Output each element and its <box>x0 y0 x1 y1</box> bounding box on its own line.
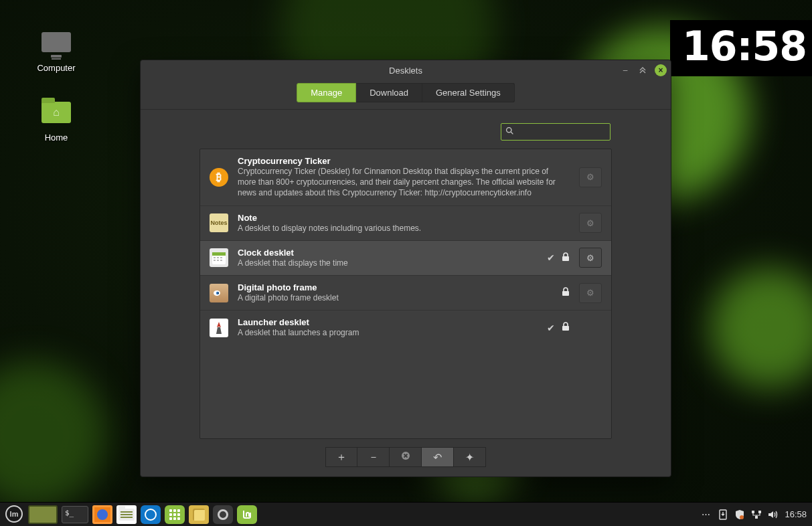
desktop-icon-computer[interactable]: Computer <box>23 32 90 73</box>
taskbar-app-grid[interactable] <box>165 505 185 524</box>
search-input[interactable] <box>522 127 635 137</box>
svg-rect-7 <box>214 260 216 261</box>
svg-rect-20 <box>758 511 761 513</box>
check-icon: ✔ <box>547 252 555 263</box>
item-desc: A desklet to display notes including var… <box>238 223 556 234</box>
item-title: Digital photo frame <box>238 282 548 292</box>
lock-icon <box>562 252 570 264</box>
item-desc: A desklet that launches a program <box>238 327 534 338</box>
show-desktop-button[interactable] <box>28 505 58 524</box>
svg-rect-4 <box>214 257 216 258</box>
item-desc: A digital photo frame desklet <box>238 292 548 303</box>
svg-point-13 <box>218 292 219 294</box>
more-button[interactable]: ✦ <box>454 447 486 467</box>
delete-button[interactable] <box>390 447 422 467</box>
close-button[interactable]: × <box>655 64 667 76</box>
photo-icon <box>210 284 228 302</box>
item-desc: Cryptocurrency Ticker (Desklet) for Cinn… <box>238 166 556 199</box>
search-field[interactable] <box>501 123 611 141</box>
clock-desklet-time: 16:58 <box>682 23 807 70</box>
list-item[interactable]: Launcher desklet A desklet that launches… <box>200 311 611 345</box>
taskbar-mint-settings[interactable] <box>237 505 257 524</box>
svg-rect-15 <box>562 326 569 331</box>
maximize-button[interactable] <box>637 65 648 76</box>
menu-button[interactable]: lm <box>5 505 24 524</box>
clock-desklet[interactable]: 16:58 <box>670 20 812 76</box>
launcher-icon <box>210 319 228 337</box>
shield-icon[interactable] <box>734 509 745 520</box>
network-icon[interactable] <box>751 509 762 520</box>
tab-general-settings[interactable]: General Settings <box>422 83 515 102</box>
panel-clock[interactable]: 16:58 <box>785 509 807 519</box>
svg-line-1 <box>511 132 513 134</box>
volume-icon[interactable] <box>768 509 779 520</box>
lock-icon <box>562 322 570 333</box>
desktop-icon-label: Computer <box>37 63 75 73</box>
list-item[interactable]: ₿ Cryptocurrency Ticker Cryptocurrency T… <box>200 149 611 206</box>
settings-button[interactable]: ⚙ <box>579 213 602 233</box>
cancel-icon <box>401 451 410 463</box>
svg-rect-8 <box>217 260 219 261</box>
svg-rect-6 <box>220 257 222 258</box>
check-icon: ✔ <box>547 323 555 333</box>
item-title: Launcher desklet <box>238 317 534 327</box>
item-title: Cryptocurrency Ticker <box>238 156 556 166</box>
system-tray: ⋯ 16:58 <box>702 509 807 520</box>
desklets-window: Desklets – × Manage Download General Set… <box>140 60 671 477</box>
svg-rect-3 <box>212 252 226 256</box>
desktop-icon-home[interactable]: Home <box>23 99 90 143</box>
window-title: Desklets <box>389 66 422 76</box>
tray-overflow-icon[interactable]: ⋯ <box>702 509 712 519</box>
plus-icon: ＋ <box>336 450 347 464</box>
bitcoin-icon: ₿ <box>210 168 228 187</box>
bottom-toolbar: ＋ － ↶ ✦ <box>141 439 671 476</box>
taskbar-app-blue[interactable] <box>141 505 161 524</box>
remove-button[interactable]: － <box>357 447 390 467</box>
search-icon <box>505 126 514 137</box>
desktop-icon-label: Home <box>45 133 68 143</box>
sparkle-icon: ✦ <box>465 451 474 464</box>
tab-download[interactable]: Download <box>356 83 422 102</box>
restore-button[interactable]: ↶ <box>422 447 454 467</box>
add-button[interactable]: ＋ <box>325 447 357 467</box>
taskbar-notes[interactable] <box>189 505 209 524</box>
lock-icon <box>562 287 570 298</box>
list-item[interactable]: Notes Note A desklet to display notes in… <box>200 206 611 241</box>
item-desc: A desklet that displays the time <box>238 258 534 268</box>
gear-icon: ⚙ <box>586 288 594 298</box>
svg-rect-14 <box>562 291 569 296</box>
tab-manage[interactable]: Manage <box>297 83 356 102</box>
taskbar: lm $_ ⋯ 16:58 <box>0 502 812 526</box>
svg-point-0 <box>507 128 511 133</box>
item-title: Note <box>238 213 556 223</box>
item-title: Clock desklet <box>238 248 534 258</box>
svg-point-18 <box>740 515 744 519</box>
taskbar-files[interactable] <box>116 505 137 524</box>
gear-icon: ⚙ <box>586 218 594 228</box>
settings-button[interactable]: ⚙ <box>579 248 602 268</box>
svg-rect-19 <box>752 511 754 513</box>
svg-rect-10 <box>562 256 569 261</box>
taskbar-terminal[interactable]: $_ <box>62 506 88 523</box>
taskbar-app-ring[interactable] <box>213 505 233 524</box>
notes-icon: Notes <box>210 213 228 232</box>
titlebar[interactable]: Desklets – × <box>141 60 671 80</box>
gear-icon: ⚙ <box>586 172 594 182</box>
settings-button[interactable]: ⚙ <box>579 283 602 303</box>
desklet-list: ₿ Cryptocurrency Ticker Cryptocurrency T… <box>199 149 612 439</box>
tabs: Manage Download General Settings <box>141 80 671 109</box>
calendar-icon <box>210 248 228 267</box>
settings-button[interactable]: ⚙ <box>579 167 602 187</box>
svg-rect-21 <box>755 516 758 519</box>
updates-icon[interactable] <box>718 509 728 520</box>
svg-rect-9 <box>220 260 222 261</box>
list-item[interactable]: Clock desklet A desklet that displays th… <box>200 241 611 276</box>
minus-icon: － <box>368 450 379 464</box>
taskbar-firefox[interactable] <box>92 505 112 524</box>
list-item[interactable]: Digital photo frame A digital photo fram… <box>200 276 611 311</box>
minimize-button[interactable]: – <box>620 65 631 76</box>
undo-icon: ↶ <box>433 451 442 464</box>
gear-icon: ⚙ <box>586 253 594 263</box>
svg-rect-5 <box>217 257 219 258</box>
